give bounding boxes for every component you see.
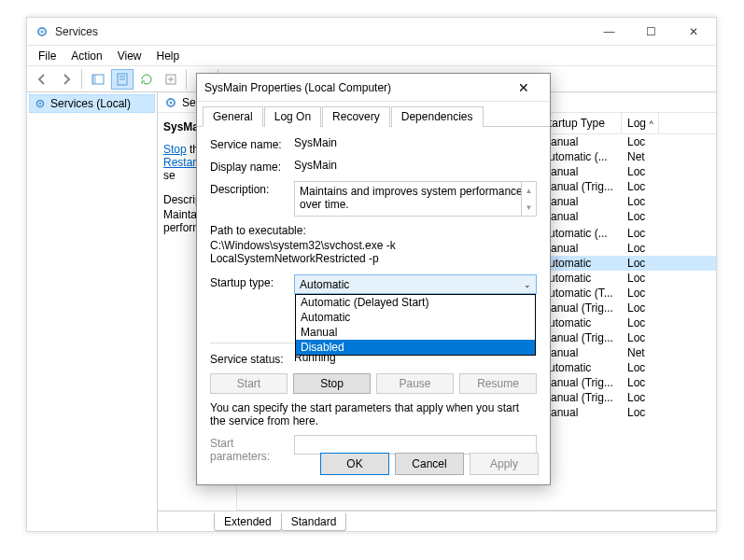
tab-standard[interactable]: Standard	[281, 513, 347, 531]
services-icon	[35, 24, 49, 39]
properties-dialog: SysMain Properties (Local Computer) ✕ Ge…	[196, 73, 551, 485]
tab-recovery[interactable]: Recovery	[322, 106, 390, 127]
startup-type-dropdown: Automatic (Delayed Start) Automatic Manu…	[295, 294, 536, 356]
path-label: Path to executable:	[210, 224, 537, 237]
close-button[interactable]: ✕	[672, 19, 714, 45]
service-status-label: Service status:	[210, 351, 294, 366]
menu-help[interactable]: Help	[149, 48, 188, 64]
tree-services-local[interactable]: Services (Local)	[29, 94, 155, 113]
startup-type-label: Startup type:	[210, 274, 294, 294]
option-manual[interactable]: Manual	[296, 325, 535, 340]
ok-button[interactable]: OK	[320, 453, 389, 475]
up-arrow-icon[interactable]: ▲	[521, 182, 536, 199]
forward-button[interactable]	[55, 69, 77, 90]
menu-file[interactable]: File	[31, 48, 63, 64]
stop-button[interactable]: Stop	[293, 373, 371, 394]
start-params-input	[294, 435, 537, 455]
start-button: Start	[210, 373, 288, 394]
restart-link[interactable]: Restart	[163, 156, 200, 169]
maximize-button[interactable]: ☐	[630, 19, 672, 45]
start-params-note: You can specify the start parameters tha…	[210, 401, 537, 427]
option-auto-delayed[interactable]: Automatic (Delayed Start)	[296, 295, 535, 310]
refresh-button[interactable]	[135, 69, 158, 90]
svg-point-15	[39, 103, 42, 105]
tab-general[interactable]: General	[203, 106, 263, 127]
tab-logon[interactable]: Log On	[264, 106, 321, 127]
startup-type-combo[interactable]: Automatic ⌄ Automatic (Delayed Start) Au…	[294, 274, 537, 294]
gear-icon	[163, 95, 178, 110]
console-tree: Services (Local)	[27, 92, 158, 531]
tab-extended[interactable]: Extended	[214, 513, 282, 531]
description-box[interactable]: Maintains and improves system performanc…	[294, 181, 537, 217]
dialog-title: SysMain Properties (Local Computer)	[204, 81, 505, 94]
show-hide-tree-button[interactable]	[87, 69, 109, 90]
menu-view[interactable]: View	[110, 48, 149, 64]
description-label: Description:	[210, 181, 294, 217]
path-value: C:\Windows\system32\svchost.exe -k Local…	[210, 239, 537, 265]
dialog-titlebar[interactable]: SysMain Properties (Local Computer) ✕	[197, 74, 550, 102]
apply-button: Apply	[470, 453, 539, 475]
properties-button[interactable]	[111, 69, 133, 90]
pause-button: Pause	[376, 373, 454, 394]
export-button[interactable]	[160, 69, 182, 90]
svg-rect-3	[92, 75, 96, 84]
minimize-button[interactable]: —	[588, 19, 630, 45]
svg-point-17	[170, 101, 173, 104]
window-title: Services	[55, 25, 588, 38]
tab-dependencies[interactable]: Dependencies	[391, 106, 484, 127]
option-disabled[interactable]: Disabled	[296, 340, 535, 355]
view-tabs: Extended Standard	[158, 511, 716, 531]
svg-point-1	[41, 30, 44, 33]
dialog-tabs: General Log On Recovery Dependencies	[197, 102, 550, 127]
chevron-down-icon: ⌄	[524, 280, 531, 289]
start-params-label: Start parameters:	[210, 435, 294, 463]
col-logon[interactable]: Log ^	[622, 113, 659, 133]
resume-button: Resume	[459, 373, 537, 394]
service-name-label: Service name:	[210, 136, 294, 151]
gear-icon	[34, 97, 47, 110]
service-name-value: SysMain	[294, 136, 537, 151]
display-name-label: Display name:	[210, 159, 294, 174]
option-automatic[interactable]: Automatic	[296, 310, 535, 325]
menubar: File Action View Help	[27, 46, 716, 66]
horizontal-scrollbar[interactable]: ◂ ▸	[237, 510, 716, 511]
stop-link[interactable]: Stop	[163, 143, 187, 156]
cancel-button[interactable]: Cancel	[395, 453, 464, 475]
menu-action[interactable]: Action	[63, 48, 109, 64]
display-name-value: SysMain	[294, 159, 537, 174]
down-arrow-icon[interactable]: ▼	[521, 199, 536, 216]
titlebar[interactable]: Services — ☐ ✕	[27, 18, 716, 46]
back-button[interactable]	[31, 69, 53, 90]
dialog-close-button[interactable]: ✕	[505, 75, 542, 101]
